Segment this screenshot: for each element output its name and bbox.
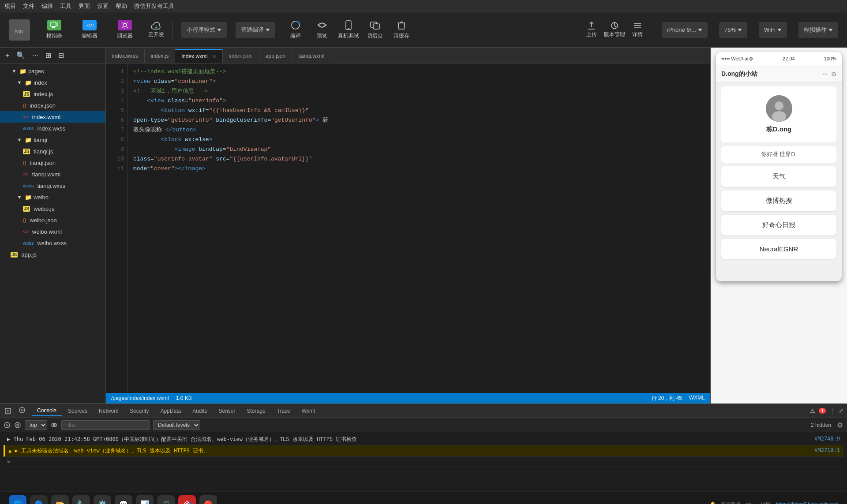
cutback-button[interactable]: 切后台 [364,20,386,40]
tree-folder-tianqi[interactable]: ▼ 📁 tianqi [0,134,105,146]
tree-file-app-js[interactable]: JS app.js [0,249,105,260]
sidebar-more-button[interactable]: ··· [30,51,40,60]
simops-button[interactable]: 模拟操作 [798,22,838,38]
clearstore-button[interactable]: 清缓存 [390,20,412,40]
tree-file-index-wxss[interactable]: wxss index.wxss [0,123,105,134]
tree-file-tianqi-json[interactable]: {} tianqi.json [0,157,105,168]
console-source-2[interactable]: VM2719:1 [814,447,840,453]
tab-index-wxml[interactable]: index.wxml ✕ [175,49,222,63]
sidebar-search-button[interactable]: 🔍 [15,50,27,60]
phone-menu-tianqi[interactable]: 天气 [721,166,836,187]
realtest-button[interactable]: 真机调试 [337,20,360,40]
tree-file-weibo-wxml[interactable]: <> weibo.wxml [0,226,105,237]
tree-file-tianqi-wxml[interactable]: <> tianqi.wxml [0,168,105,180]
compile-selector[interactable]: 普通编译 [236,22,275,38]
phone-close-icon[interactable]: ⊙ [831,71,836,78]
code-content[interactable]: <!--index.wxml搭建页面框架--> <view class="con… [128,63,710,393]
version-button[interactable]: 版本管理 [604,21,625,38]
cloud-button[interactable]: 云开发 [145,19,168,40]
settings-icon[interactable] [836,422,843,429]
eye-icon[interactable] [51,422,58,429]
menu-item-settings[interactable]: 设置 [97,2,109,10]
preview-button[interactable]: 预览 [311,20,333,40]
devtools-pause-icon[interactable] [13,405,31,417]
devtools-more-icon[interactable]: ⋮ [829,407,835,414]
devtools-tab-audits[interactable]: Audits [187,406,212,416]
status-url[interactable]: https://ddong7.blog.csdn.net/ [776,501,838,504]
svg-text:</>: </> [87,22,94,28]
stop-icon[interactable] [4,422,11,429]
menu-item-wechat-devtools[interactable]: 微信开发者工具 [134,2,174,10]
taskbar-icon-9[interactable]: 🎯 [178,495,196,504]
cursor-position: 行 20，列 45 [652,395,682,402]
taskbar-icon-4[interactable]: 🔧 [72,495,90,504]
phone-more-icon[interactable]: ··· [822,71,828,78]
filter-input[interactable] [61,420,150,430]
debugger-button[interactable]: 调试器 [109,17,140,43]
devtools-tab-wxml[interactable]: Wxml [296,406,320,416]
devtools-expand-icon[interactable]: ⤢ [839,407,843,414]
tree-file-index-json[interactable]: {} index.json [0,100,105,111]
level-selector[interactable]: Default levels [153,420,200,430]
taskbar-icon-2[interactable]: 🔵 [30,495,48,504]
phone-menu-weibo[interactable]: 微博热搜 [721,190,836,211]
tree-file-weibo-json[interactable]: {} weibo.json [0,214,105,226]
sidebar-layout-button[interactable]: ⊞ [44,50,53,60]
tree-file-weibo-wxss[interactable]: wxss weibo.wxss [0,237,105,249]
zoom-selector[interactable]: 75% [719,22,747,38]
taskbar-icon-10[interactable]: 🔴 [199,495,217,504]
menu-item-interface[interactable]: 界面 [79,2,90,10]
phone-menu-neural[interactable]: NeuralEGNR [721,239,836,259]
tab-close-icon[interactable]: ✕ [212,54,216,60]
devtools-tab-sources[interactable]: Sources [63,406,93,416]
tab-index-wxss[interactable]: index.wxss [106,49,145,63]
tab-index-js[interactable]: index.js [145,49,176,63]
tab-app-json[interactable]: app.json [259,49,292,63]
taskbar-icon-1[interactable]: 🌐 [9,495,26,504]
menu-item-help[interactable]: 帮助 [116,2,127,10]
devtools-tab-appdata[interactable]: AppData [155,406,186,416]
devtools-tab-sensor[interactable]: Sensor [214,406,241,416]
taskbar-icon-8[interactable]: 🎵 [157,495,175,504]
console-source-1[interactable]: VM2748:9 [814,436,840,442]
devtools-tab-network[interactable]: Network [94,406,124,416]
devtools-tab-storage[interactable]: Storage [242,406,271,416]
taskbar-icon-6[interactable]: 💬 [115,495,132,504]
menu-item-file[interactable]: 文件 [23,2,34,10]
tree-file-index-js[interactable]: JS index.js [0,88,105,100]
taskbar-icon-5[interactable]: ⚙️ [94,495,111,504]
notification-icon[interactable]: 🔔 [710,501,716,504]
devtools-tab-trace[interactable]: Trace [272,406,296,416]
clear-icon[interactable] [14,422,21,429]
devtools-inspect-icon[interactable] [4,407,12,415]
tree-file-weibo-js[interactable]: JS weibo.js [0,203,105,214]
simulator-button[interactable]: 模拟器 [39,17,70,43]
wifi-selector[interactable]: WiFi [759,22,787,38]
detail-button[interactable]: 详情 [632,21,643,38]
devtools-tab-console[interactable]: Console [32,406,62,416]
editor-button[interactable]: </> 编辑器 [74,17,105,43]
sidebar-collapse-button[interactable]: ⊟ [56,50,66,60]
menu-item-edit[interactable]: 编辑 [41,2,53,10]
preview-panel: ••••• WeChat令 22:04 100% D.ong的小站 ··· ⊙ [710,48,847,403]
taskbar-icon-7[interactable]: 📊 [136,495,154,504]
device-selector[interactable]: iPhone 6/... [662,22,708,38]
devtools-tab-security[interactable]: Security [124,406,154,416]
tree-file-tianqi-js[interactable]: JS tianqi.js [0,146,105,157]
tree-file-index-wxml[interactable]: <> index.wxml [0,111,105,123]
context-selector[interactable]: top [25,420,47,430]
phone-menu-curiosity[interactable]: 好奇心日报 [721,215,836,235]
mode-selector[interactable]: 小程序模式 [181,22,227,38]
tab-tianqi-wxml[interactable]: tianqi.wxml [292,49,331,63]
tree-file-tianqi-wxss[interactable]: wxss tianqi.wxss [0,180,105,191]
menu-item-tools[interactable]: 工具 [60,2,71,10]
sidebar-add-button[interactable]: + [4,51,11,60]
taskbar-icon-3[interactable]: 📂 [51,495,69,504]
menu-item-project[interactable]: 项目 [4,2,16,10]
tab-index-json[interactable]: index.json [223,49,259,63]
tree-folder-weibo[interactable]: ▼ 📁 weibo [0,191,105,203]
upload-button[interactable]: 上传 [586,21,597,38]
tree-folder-index[interactable]: ▼ 📁 index [0,77,105,88]
compile-button[interactable]: 编译 [285,20,307,40]
tree-folder-pages[interactable]: ▼ 📁 pages [0,65,105,77]
